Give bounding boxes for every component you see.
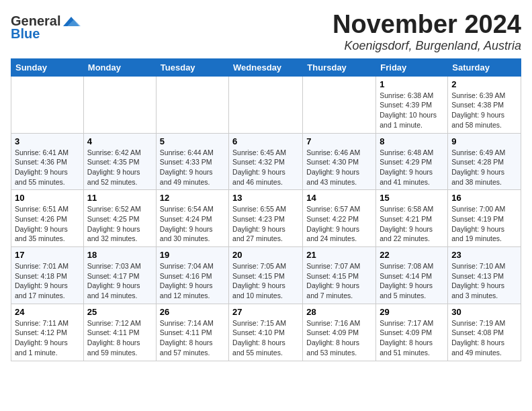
calendar-cell: 22Sunrise: 7:08 AM Sunset: 4:14 PM Dayli… bbox=[376, 247, 448, 304]
calendar-cell: 29Sunrise: 7:17 AM Sunset: 4:09 PM Dayli… bbox=[376, 304, 448, 361]
day-info: Sunrise: 6:41 AM Sunset: 4:36 PM Dayligh… bbox=[15, 148, 80, 187]
day-info: Sunrise: 6:54 AM Sunset: 4:24 PM Dayligh… bbox=[160, 204, 225, 244]
day-info: Sunrise: 7:11 AM Sunset: 4:12 PM Dayligh… bbox=[15, 318, 80, 358]
calendar-cell bbox=[303, 76, 376, 133]
day-number: 3 bbox=[15, 136, 80, 146]
calendar-cell: 12Sunrise: 6:54 AM Sunset: 4:24 PM Dayli… bbox=[156, 190, 228, 247]
day-info: Sunrise: 6:58 AM Sunset: 4:21 PM Dayligh… bbox=[380, 204, 444, 244]
weekday-header-thursday: Thursday bbox=[303, 58, 376, 76]
calendar-body: 1Sunrise: 6:38 AM Sunset: 4:39 PM Daylig… bbox=[11, 76, 521, 361]
calendar-table: SundayMondayTuesdayWednesdayThursdayFrid… bbox=[11, 58, 521, 361]
calendar-cell: 26Sunrise: 7:14 AM Sunset: 4:11 PM Dayli… bbox=[156, 304, 228, 361]
day-info: Sunrise: 6:39 AM Sunset: 4:38 PM Dayligh… bbox=[451, 91, 517, 130]
calendar-cell: 24Sunrise: 7:11 AM Sunset: 4:12 PM Dayli… bbox=[11, 304, 84, 361]
day-number: 8 bbox=[380, 136, 444, 146]
calendar-cell: 7Sunrise: 6:46 AM Sunset: 4:30 PM Daylig… bbox=[303, 133, 376, 190]
calendar-cell: 17Sunrise: 7:01 AM Sunset: 4:18 PM Dayli… bbox=[11, 247, 84, 304]
day-info: Sunrise: 7:14 AM Sunset: 4:11 PM Dayligh… bbox=[160, 318, 225, 358]
day-number: 30 bbox=[451, 307, 517, 317]
day-info: Sunrise: 6:42 AM Sunset: 4:35 PM Dayligh… bbox=[87, 148, 152, 187]
calendar-cell: 10Sunrise: 6:51 AM Sunset: 4:26 PM Dayli… bbox=[11, 190, 84, 247]
calendar-cell: 1Sunrise: 6:38 AM Sunset: 4:39 PM Daylig… bbox=[376, 76, 448, 133]
day-number: 25 bbox=[87, 307, 152, 317]
calendar-cell: 5Sunrise: 6:44 AM Sunset: 4:33 PM Daylig… bbox=[156, 133, 228, 190]
day-number: 18 bbox=[87, 250, 152, 260]
day-number: 28 bbox=[306, 307, 372, 317]
day-number: 17 bbox=[15, 250, 80, 260]
calendar-cell: 30Sunrise: 7:19 AM Sunset: 4:08 PM Dayli… bbox=[448, 304, 521, 361]
calendar-cell bbox=[229, 76, 303, 133]
day-number: 10 bbox=[15, 193, 80, 203]
day-info: Sunrise: 7:07 AM Sunset: 4:15 PM Dayligh… bbox=[306, 261, 372, 301]
page-header: General Blue November 2024 Koenigsdorf, … bbox=[11, 11, 521, 53]
day-number: 5 bbox=[160, 136, 225, 146]
day-info: Sunrise: 7:05 AM Sunset: 4:15 PM Dayligh… bbox=[232, 261, 299, 301]
day-number: 11 bbox=[87, 193, 152, 203]
calendar-cell: 28Sunrise: 7:16 AM Sunset: 4:09 PM Dayli… bbox=[303, 304, 376, 361]
calendar-cell: 4Sunrise: 6:42 AM Sunset: 4:35 PM Daylig… bbox=[83, 133, 156, 190]
calendar-cell: 14Sunrise: 6:57 AM Sunset: 4:22 PM Dayli… bbox=[303, 190, 376, 247]
calendar-cell: 2Sunrise: 6:39 AM Sunset: 4:38 PM Daylig… bbox=[448, 76, 521, 133]
calendar-cell bbox=[156, 76, 228, 133]
calendar-week-3: 10Sunrise: 6:51 AM Sunset: 4:26 PM Dayli… bbox=[11, 190, 521, 247]
day-number: 22 bbox=[380, 250, 444, 260]
weekday-header-sunday: Sunday bbox=[11, 58, 84, 76]
month-title: November 2024 bbox=[332, 11, 521, 39]
day-info: Sunrise: 7:16 AM Sunset: 4:09 PM Dayligh… bbox=[306, 318, 372, 358]
calendar-cell: 23Sunrise: 7:10 AM Sunset: 4:13 PM Dayli… bbox=[448, 247, 521, 304]
weekday-header-friday: Friday bbox=[376, 58, 448, 76]
calendar-cell: 19Sunrise: 7:04 AM Sunset: 4:16 PM Dayli… bbox=[156, 247, 228, 304]
logo-icon bbox=[62, 14, 81, 29]
weekday-header-wednesday: Wednesday bbox=[229, 58, 303, 76]
day-info: Sunrise: 7:12 AM Sunset: 4:11 PM Dayligh… bbox=[87, 318, 152, 358]
calendar-cell: 9Sunrise: 6:49 AM Sunset: 4:28 PM Daylig… bbox=[448, 133, 521, 190]
day-number: 27 bbox=[232, 307, 299, 317]
day-number: 9 bbox=[451, 136, 517, 146]
day-number: 29 bbox=[380, 307, 444, 317]
day-number: 26 bbox=[160, 307, 225, 317]
calendar-week-5: 24Sunrise: 7:11 AM Sunset: 4:12 PM Dayli… bbox=[11, 304, 521, 361]
calendar-cell: 25Sunrise: 7:12 AM Sunset: 4:11 PM Dayli… bbox=[83, 304, 156, 361]
calendar-week-2: 3Sunrise: 6:41 AM Sunset: 4:36 PM Daylig… bbox=[11, 133, 521, 190]
day-info: Sunrise: 7:19 AM Sunset: 4:08 PM Dayligh… bbox=[451, 318, 517, 358]
day-info: Sunrise: 6:44 AM Sunset: 4:33 PM Dayligh… bbox=[160, 148, 225, 187]
day-number: 24 bbox=[15, 307, 80, 317]
day-number: 15 bbox=[380, 193, 444, 203]
day-number: 12 bbox=[160, 193, 225, 203]
calendar-week-1: 1Sunrise: 6:38 AM Sunset: 4:39 PM Daylig… bbox=[11, 76, 521, 133]
location-title: Koenigsdorf, Burgenland, Austria bbox=[332, 39, 521, 53]
day-number: 19 bbox=[160, 250, 225, 260]
day-info: Sunrise: 7:04 AM Sunset: 4:16 PM Dayligh… bbox=[160, 261, 225, 301]
day-info: Sunrise: 6:51 AM Sunset: 4:26 PM Dayligh… bbox=[15, 204, 80, 244]
calendar-cell: 20Sunrise: 7:05 AM Sunset: 4:15 PM Dayli… bbox=[229, 247, 303, 304]
day-number: 4 bbox=[87, 136, 152, 146]
day-info: Sunrise: 6:52 AM Sunset: 4:25 PM Dayligh… bbox=[87, 204, 152, 244]
calendar-cell: 21Sunrise: 7:07 AM Sunset: 4:15 PM Dayli… bbox=[303, 247, 376, 304]
calendar-cell: 16Sunrise: 7:00 AM Sunset: 4:19 PM Dayli… bbox=[448, 190, 521, 247]
calendar-cell: 6Sunrise: 6:45 AM Sunset: 4:32 PM Daylig… bbox=[229, 133, 303, 190]
calendar-cell: 3Sunrise: 6:41 AM Sunset: 4:36 PM Daylig… bbox=[11, 133, 84, 190]
day-number: 14 bbox=[306, 193, 372, 203]
calendar-week-4: 17Sunrise: 7:01 AM Sunset: 4:18 PM Dayli… bbox=[11, 247, 521, 304]
day-info: Sunrise: 7:10 AM Sunset: 4:13 PM Dayligh… bbox=[451, 261, 517, 301]
calendar-cell: 15Sunrise: 6:58 AM Sunset: 4:21 PM Dayli… bbox=[376, 190, 448, 247]
calendar-cell: 27Sunrise: 7:15 AM Sunset: 4:10 PM Dayli… bbox=[229, 304, 303, 361]
day-info: Sunrise: 7:17 AM Sunset: 4:09 PM Dayligh… bbox=[380, 318, 444, 358]
day-info: Sunrise: 6:55 AM Sunset: 4:23 PM Dayligh… bbox=[232, 204, 299, 244]
day-number: 1 bbox=[380, 79, 444, 89]
calendar-cell: 8Sunrise: 6:48 AM Sunset: 4:29 PM Daylig… bbox=[376, 133, 448, 190]
calendar-cell: 18Sunrise: 7:03 AM Sunset: 4:17 PM Dayli… bbox=[83, 247, 156, 304]
calendar-header-row: SundayMondayTuesdayWednesdayThursdayFrid… bbox=[11, 58, 521, 76]
day-info: Sunrise: 7:15 AM Sunset: 4:10 PM Dayligh… bbox=[232, 318, 299, 358]
day-info: Sunrise: 7:08 AM Sunset: 4:14 PM Dayligh… bbox=[380, 261, 444, 301]
logo: General Blue bbox=[11, 13, 81, 42]
day-number: 7 bbox=[306, 136, 372, 146]
day-number: 16 bbox=[451, 193, 517, 203]
day-info: Sunrise: 6:48 AM Sunset: 4:29 PM Dayligh… bbox=[380, 148, 444, 187]
calendar-cell: 11Sunrise: 6:52 AM Sunset: 4:25 PM Dayli… bbox=[83, 190, 156, 247]
title-block: November 2024 Koenigsdorf, Burgenland, A… bbox=[332, 11, 521, 53]
calendar-cell bbox=[11, 76, 84, 133]
day-info: Sunrise: 6:46 AM Sunset: 4:30 PM Dayligh… bbox=[306, 148, 372, 187]
weekday-header-saturday: Saturday bbox=[448, 58, 521, 76]
day-info: Sunrise: 7:01 AM Sunset: 4:18 PM Dayligh… bbox=[15, 261, 80, 301]
